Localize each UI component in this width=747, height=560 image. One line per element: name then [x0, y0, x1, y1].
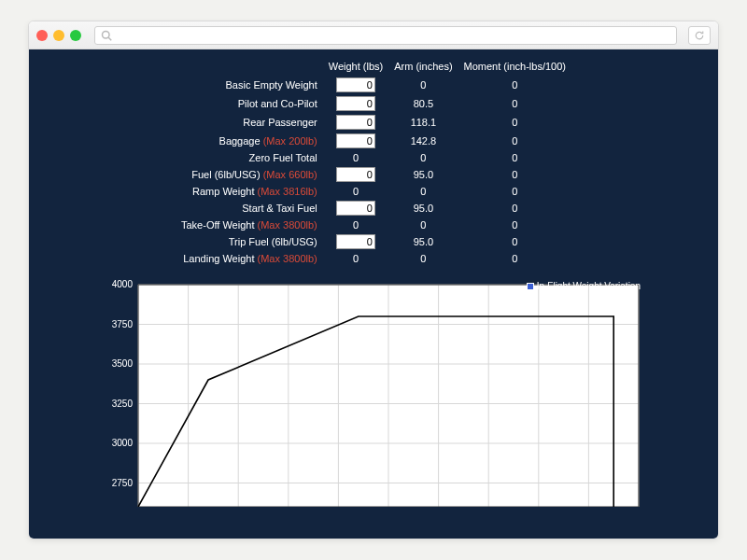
- moment-value: 0: [458, 94, 571, 113]
- browser-frame: Weight (lbs) Arm (inches) Moment (inch-l…: [28, 21, 719, 539]
- table-row: Pilot and Co-Pilot80.50: [176, 94, 571, 113]
- legend-swatch: [527, 283, 534, 290]
- arm-value: 95.0: [388, 232, 458, 251]
- table-row: Take-Off Weight (Max 3800lb)000: [176, 217, 571, 232]
- weight-input[interactable]: [336, 96, 375, 111]
- max-annotation: (Max 3816lb): [258, 186, 317, 197]
- col-moment: Moment (inch-lbs/100): [458, 59, 571, 76]
- titlebar: [29, 21, 718, 49]
- row-label: Rear Passenger: [176, 113, 323, 132]
- legend-label: In-Flight Weight Variation: [537, 281, 641, 291]
- row-label: Ramp Weight (Max 3816lb): [176, 184, 323, 199]
- refresh-icon: [694, 30, 705, 41]
- svg-text:3500: 3500: [112, 358, 134, 369]
- arm-value: 0: [388, 217, 458, 232]
- moment-value: 0: [458, 113, 571, 132]
- moment-value: 0: [458, 199, 571, 217]
- row-label: Trip Fuel (6lb/USG): [176, 232, 323, 251]
- svg-line-1: [108, 37, 111, 40]
- weight-input[interactable]: [336, 167, 375, 182]
- arm-value: 0: [388, 76, 458, 94]
- weight-value: 0: [323, 251, 388, 266]
- svg-text:3000: 3000: [112, 438, 134, 448]
- arm-value: 95.0: [388, 199, 458, 217]
- moment-value: 0: [458, 184, 571, 199]
- chart-canvas: 275030003250350037504000: [103, 279, 644, 507]
- table-row: Start & Taxi Fuel95.00: [176, 199, 571, 217]
- table-row: Baggage (Max 200lb)142.80: [176, 132, 571, 150]
- table-row: Zero Fuel Total000: [176, 150, 571, 165]
- address-bar[interactable]: [94, 26, 677, 45]
- table-row: Fuel (6lb/USG) (Max 660lb)95.00: [176, 165, 571, 184]
- table-row: Trip Fuel (6lb/USG)95.00: [176, 232, 571, 251]
- weight-input[interactable]: [336, 115, 375, 130]
- refresh-button[interactable]: [688, 26, 711, 45]
- svg-text:2750: 2750: [112, 478, 134, 488]
- svg-text:3750: 3750: [112, 319, 134, 329]
- weight-value: 0: [323, 217, 388, 232]
- weight-input[interactable]: [336, 133, 375, 148]
- table-row: Landing Weight (Max 3800lb)000: [176, 251, 571, 266]
- moment-value: 0: [458, 150, 571, 165]
- weight-input[interactable]: [336, 201, 375, 216]
- arm-value: 142.8: [388, 132, 458, 150]
- row-label: Pilot and Co-Pilot: [176, 94, 323, 113]
- moment-value: 0: [458, 217, 571, 232]
- moment-value: 0: [458, 251, 571, 266]
- table-row: Basic Empty Weight00: [176, 76, 571, 94]
- search-icon: [101, 30, 112, 41]
- arm-value: 0: [388, 251, 458, 266]
- max-annotation: (Max 3800lb): [258, 253, 317, 264]
- minimize-icon[interactable]: [53, 30, 64, 41]
- weight-balance-table: Weight (lbs) Arm (inches) Moment (inch-l…: [176, 59, 571, 266]
- table-row: Rear Passenger118.10: [176, 113, 571, 132]
- svg-text:3250: 3250: [112, 399, 134, 409]
- arm-value: 95.0: [388, 165, 458, 184]
- row-label: Baggage (Max 200lb): [176, 132, 323, 150]
- chart-legend: In-Flight Weight Variation: [527, 281, 641, 291]
- col-arm: Arm (inches): [388, 59, 458, 76]
- arm-value: 118.1: [388, 113, 458, 132]
- weight-value: 0: [323, 150, 388, 165]
- moment-value: 0: [458, 132, 571, 150]
- weight-chart: In-Flight Weight Variation 2750300032503…: [103, 279, 644, 507]
- zoom-icon[interactable]: [70, 30, 81, 41]
- weight-input[interactable]: [336, 77, 375, 92]
- table-row: Ramp Weight (Max 3816lb)000: [176, 184, 571, 199]
- weight-value: 0: [323, 184, 388, 199]
- row-label: Basic Empty Weight: [176, 76, 323, 94]
- close-icon[interactable]: [36, 30, 48, 41]
- arm-value: 0: [388, 150, 458, 165]
- svg-text:4000: 4000: [112, 279, 134, 289]
- max-annotation: (Max 660lb): [263, 169, 317, 180]
- moment-value: 0: [458, 232, 571, 251]
- col-weight: Weight (lbs): [323, 59, 388, 76]
- moment-value: 0: [458, 76, 571, 94]
- weight-balance-app: Weight (lbs) Arm (inches) Moment (inch-l…: [29, 49, 718, 539]
- row-label: Zero Fuel Total: [176, 150, 323, 165]
- svg-point-0: [103, 31, 110, 38]
- arm-value: 80.5: [388, 94, 458, 113]
- arm-value: 0: [388, 184, 458, 199]
- moment-value: 0: [458, 165, 571, 184]
- row-label: Take-Off Weight (Max 3800lb): [176, 217, 323, 232]
- max-annotation: (Max 3800lb): [258, 219, 317, 231]
- weight-input[interactable]: [336, 234, 375, 249]
- max-annotation: (Max 200lb): [263, 135, 317, 147]
- row-label: Landing Weight (Max 3800lb): [176, 251, 323, 266]
- row-label: Start & Taxi Fuel: [176, 199, 323, 217]
- row-label: Fuel (6lb/USG) (Max 660lb): [176, 165, 323, 184]
